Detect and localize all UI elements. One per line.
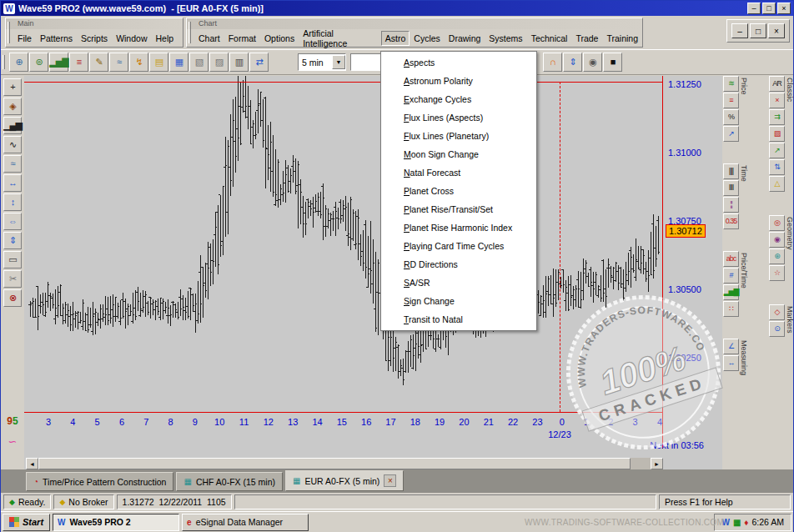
scroll-left-button[interactable]: ◄ [26, 458, 38, 469]
vertical-scale-icon[interactable]: ⇕ [563, 53, 582, 72]
measure-tool-icon[interactable]: ↔ [723, 355, 739, 371]
snapshot-icon[interactable]: ▧ [189, 53, 209, 72]
close-button[interactable]: × [777, 3, 791, 14]
menu-patterns[interactable]: Patterns [36, 31, 77, 46]
triangle-icon[interactable]: △ [769, 176, 785, 192]
time-dividers-icon[interactable]: ¦¦ [723, 197, 739, 213]
menu-systems[interactable]: Systems [485, 31, 526, 46]
time-bars-icon[interactable]: ‖‖ [723, 180, 739, 196]
price-retracement-icon[interactable]: ≋ [723, 76, 739, 92]
timeframe-select[interactable]: 5 min ▼ [298, 53, 346, 71]
pan-tool-icon[interactable]: ◈ [3, 98, 22, 115]
bars-tool-icon[interactable]: ▁▄▆ [3, 117, 22, 134]
menu-help[interactable]: Help [151, 31, 178, 46]
time-cycles-icon[interactable]: |||| [723, 163, 739, 179]
astro-menu-item[interactable]: Planet Rise Harmonic Index [381, 218, 536, 237]
mdi-close-button[interactable]: × [768, 23, 785, 38]
menu-format[interactable]: Format [224, 31, 260, 46]
astro-menu-item[interactable]: Transit to Natal [381, 310, 536, 329]
delete-tool-icon[interactable]: ⊗ [3, 289, 22, 307]
astro-menu-item[interactable]: Playing Card Time Cycles [381, 237, 536, 255]
astro-menu-item[interactable]: Planet Cross [381, 182, 536, 200]
minimize-button[interactable]: – [747, 3, 761, 14]
star-circle-icon[interactable]: ⊛ [769, 248, 785, 264]
label-tool-icon[interactable]: abc [723, 251, 739, 267]
scroll-right-button[interactable]: ► [651, 458, 663, 469]
start-button[interactable]: Start [3, 514, 50, 531]
levels-icon[interactable]: ≡ [69, 53, 88, 72]
price-arrow-icon[interactable]: ↗ [723, 126, 739, 142]
astro-menu-item[interactable]: Moon Sign Change [381, 145, 536, 163]
lasso-tool-icon[interactable]: ∽ [1, 435, 24, 448]
menu-cycles[interactable]: Cycles [410, 31, 445, 46]
save-icon[interactable]: ▦ [169, 53, 188, 72]
astro-menu-item[interactable]: Aspects [381, 53, 536, 72]
percent-icon[interactable]: % [723, 109, 739, 125]
matrix-tool-icon[interactable]: ∷ [723, 301, 739, 317]
astro-menu-item[interactable]: Flux Lines (Planetary) [381, 127, 536, 145]
toolbar-grip[interactable] [3, 55, 5, 69]
pattern-tool-icon[interactable]: ▂▅▇ [723, 284, 739, 300]
tray-esignal-icon[interactable]: ♦ [744, 518, 748, 527]
menu-options[interactable]: Options [260, 31, 299, 46]
close-tab-icon[interactable]: × [384, 474, 396, 487]
tab-eur-a0-fx[interactable]: ▦ EUR A0-FX (5 min) × [285, 470, 404, 491]
refresh-icon[interactable]: ⇄ [249, 53, 269, 72]
menu-artificial-intelligence[interactable]: Artificial Intelligence [299, 26, 381, 51]
restore-button[interactable]: □ [762, 3, 776, 14]
chevron-down-icon[interactable]: ▼ [332, 55, 345, 69]
menu-technical[interactable]: Technical [527, 31, 572, 46]
astro-menu-item[interactable]: Sign Change [381, 292, 536, 310]
box-tool-icon[interactable]: ▭ [3, 251, 22, 269]
zigzag-tool-icon[interactable]: ∿ [3, 136, 22, 153]
support-line[interactable] [24, 412, 663, 413]
range-tool-icon[interactable]: ⇔ [3, 213, 22, 230]
menu-astro[interactable]: Astro [381, 31, 410, 46]
wave-icon[interactable]: ≈ [109, 53, 128, 72]
scale-tool-icon[interactable]: ⇕ [3, 232, 22, 249]
draw-icon[interactable]: ✎ [89, 53, 108, 72]
menu-training[interactable]: Training [602, 31, 642, 46]
spiral-tool-icon[interactable]: ◉ [769, 232, 785, 248]
cut-tool-icon[interactable]: ✂ [3, 270, 22, 288]
toolbar-grip[interactable] [188, 22, 191, 43]
mdi-restore-button[interactable]: □ [750, 23, 766, 38]
task-wave59[interactable]: W Wave59 PRO 2 [53, 514, 179, 531]
astro-menu-item[interactable]: Exchange Cycles [381, 90, 536, 108]
tab-chf-a0-fx[interactable]: ▦ CHF A0-FX (15 min) [176, 472, 283, 491]
tab-time-price-pattern[interactable]: ◔ Time/Price Pattern Construction [26, 472, 173, 491]
ar-icon[interactable]: AR [769, 76, 785, 92]
horizontal-expand-icon[interactable]: ↔ [3, 174, 22, 192]
bar-chart-icon[interactable]: ▂▅▇ [49, 53, 68, 72]
menu-scripts[interactable]: Scripts [77, 31, 112, 46]
ohlc-icon[interactable]: ∩ [543, 53, 562, 72]
trend-arrows-icon[interactable]: ⇉ [769, 109, 785, 125]
astro-menu-item[interactable]: Flux Lines (Aspects) [381, 108, 536, 127]
circle-tool-icon[interactable]: ◎ [769, 215, 785, 231]
resistance-line[interactable] [24, 82, 663, 83]
zoom-region-icon[interactable]: ⊚ [29, 53, 48, 72]
price-levels-icon[interactable]: ≡ [723, 93, 739, 108]
astro-menu-item[interactable]: RD Directions [381, 255, 536, 274]
vertical-expand-icon[interactable]: ↕ [3, 193, 22, 211]
image-icon[interactable]: ▨ [209, 53, 229, 72]
chart-plot[interactable] [24, 76, 664, 455]
toolbar-grip[interactable] [8, 22, 10, 43]
scrollbar-thumb[interactable] [38, 458, 631, 469]
diamond-marker-icon[interactable]: ◇ [769, 304, 785, 320]
astro-menu-item[interactable]: SA/SR [381, 274, 536, 292]
open-file-icon[interactable]: ▤ [149, 53, 168, 72]
astro-menu-item[interactable]: Planet Rise/Transit/Set [381, 200, 536, 218]
menu-trade[interactable]: Trade [571, 31, 602, 46]
time-count-icon[interactable]: 0.35 [723, 213, 739, 229]
astro-menu-item[interactable]: Natal Forecast [381, 163, 536, 182]
target-marker-icon[interactable]: ⊙ [769, 321, 785, 337]
tray-chart-icon[interactable]: ▦ [733, 518, 741, 527]
angle-tool-icon[interactable]: ∠ [723, 339, 739, 354]
menu-file[interactable]: File [13, 31, 36, 46]
crosshair-tool-icon[interactable]: + [3, 78, 22, 96]
astro-menu-item[interactable]: Astronum Polarity [381, 72, 536, 90]
up-trend-icon[interactable]: ↗ [769, 143, 785, 158]
menu-chart[interactable]: Chart [194, 31, 224, 46]
screen-icon[interactable]: ■ [603, 53, 622, 72]
